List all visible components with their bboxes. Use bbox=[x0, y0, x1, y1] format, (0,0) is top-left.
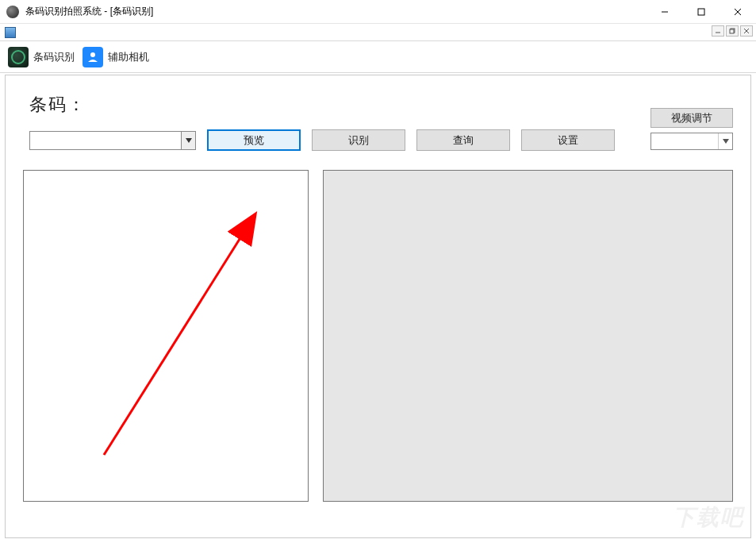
toolbar-item-barcode[interactable]: 条码识别 bbox=[8, 47, 75, 67]
minimize-button[interactable] bbox=[647, 0, 683, 24]
preview-button[interactable]: 预览 bbox=[207, 129, 301, 151]
mdi-close-button[interactable] bbox=[740, 25, 753, 37]
toolbar-camera-label: 辅助相机 bbox=[108, 50, 149, 64]
svg-rect-6 bbox=[730, 29, 734, 33]
video-dropdown-text bbox=[651, 133, 718, 149]
panels-row bbox=[20, 170, 736, 502]
svg-point-9 bbox=[90, 52, 95, 57]
mdi-bar bbox=[0, 24, 756, 41]
mdi-doc-icon bbox=[5, 27, 16, 38]
toolbar-barcode-label: 条码识别 bbox=[33, 50, 75, 64]
barcode-icon bbox=[8, 47, 29, 67]
svg-rect-1 bbox=[698, 9, 704, 15]
preview-button-label: 预览 bbox=[244, 133, 264, 148]
controls-row: 预览 识别 查询 设置 视频调节 bbox=[20, 129, 736, 151]
video-dropdown[interactable] bbox=[650, 133, 733, 150]
chevron-down-icon bbox=[181, 132, 195, 149]
svg-marker-11 bbox=[723, 139, 729, 144]
window-title: 条码识别拍照系统 - [条码识别] bbox=[25, 5, 153, 18]
recognize-button[interactable]: 识别 bbox=[312, 129, 405, 151]
svg-marker-10 bbox=[186, 138, 192, 143]
recognize-button-label: 识别 bbox=[348, 133, 369, 148]
chevron-down-icon bbox=[718, 133, 732, 149]
settings-button-label: 设置 bbox=[558, 133, 578, 148]
app-icon bbox=[6, 6, 19, 18]
watermark: 下载吧 bbox=[673, 503, 744, 533]
barcode-combobox-text bbox=[30, 132, 181, 149]
barcode-heading: 条码： bbox=[29, 93, 736, 117]
toolbar-item-camera[interactable]: 辅助相机 bbox=[83, 47, 149, 67]
query-button[interactable]: 查询 bbox=[416, 129, 510, 151]
content-area: 条码： 预览 识别 查询 设置 视频调节 bbox=[5, 75, 751, 538]
camera-icon bbox=[83, 47, 103, 67]
preview-panel bbox=[23, 170, 309, 502]
window-titlebar: 条码识别拍照系统 - [条码识别] bbox=[0, 0, 756, 24]
query-button-label: 查询 bbox=[453, 133, 474, 148]
video-adjust-label: 视频调节 bbox=[671, 111, 712, 125]
video-adjust-button[interactable]: 视频调节 bbox=[650, 108, 733, 128]
mdi-minimize-button[interactable] bbox=[712, 25, 724, 37]
mdi-restore-button[interactable] bbox=[726, 25, 739, 37]
settings-button[interactable]: 设置 bbox=[521, 129, 615, 151]
maximize-button[interactable] bbox=[683, 0, 720, 24]
close-button[interactable] bbox=[720, 0, 756, 24]
main-toolbar: 条码识别 辅助相机 bbox=[0, 41, 756, 73]
barcode-combobox[interactable] bbox=[29, 131, 196, 150]
result-panel bbox=[323, 170, 733, 502]
